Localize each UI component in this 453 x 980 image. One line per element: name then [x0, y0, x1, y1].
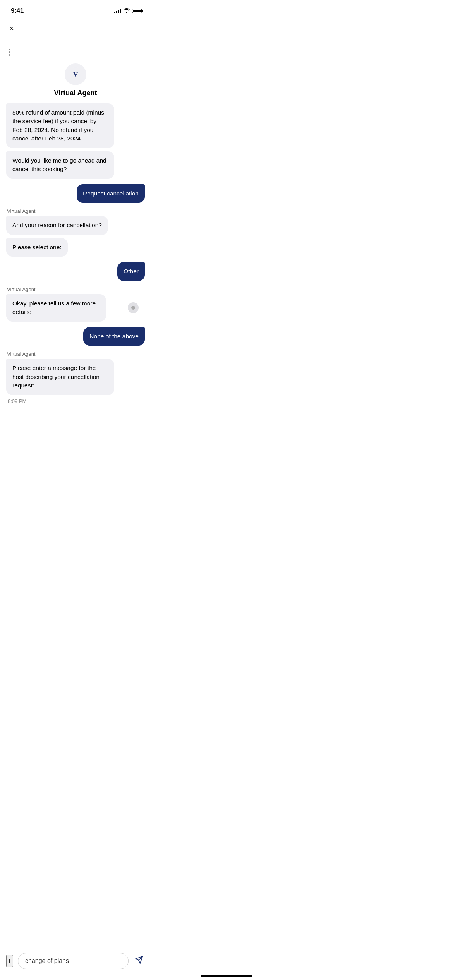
battery-icon [132, 9, 142, 13]
agent-avatar: V [65, 63, 86, 85]
svg-text:V: V [73, 71, 78, 78]
wifi-icon [124, 8, 130, 14]
user-message: Other [117, 262, 145, 281]
message-row: And your reason for cancellation? [6, 216, 145, 235]
message-row: 50% refund of amount paid (minus the ser… [6, 103, 145, 148]
agent-message: Please select one: [6, 238, 68, 257]
agent-message: 50% refund of amount paid (minus the ser… [6, 103, 114, 148]
status-bar: 9:41 [0, 0, 151, 19]
agent-message: Please enter a message for the host desc… [6, 359, 114, 395]
close-button[interactable]: × [8, 22, 15, 34]
chat-container: V Virtual Agent 50% refund of amount pai… [0, 39, 151, 444]
user-message: Request cancellation [77, 184, 145, 203]
sender-label: Virtual Agent [6, 351, 145, 357]
dots-menu[interactable] [7, 43, 15, 59]
user-message: None of the above [83, 327, 145, 346]
message-row: Request cancellation [6, 184, 145, 203]
status-time: 9:41 [11, 7, 24, 15]
agent-message: Okay, please tell us a few more details: [6, 294, 106, 322]
agent-message: Would you like me to go ahead and cancel… [6, 151, 114, 179]
signal-icon [114, 9, 121, 13]
message-row: Other [6, 262, 145, 281]
sender-label: Virtual Agent [6, 286, 145, 292]
status-icons [114, 8, 142, 14]
message-row: Please select one: [6, 238, 145, 257]
timestamp: 8:09 PM [8, 398, 143, 404]
agent-title: Virtual Agent [54, 89, 97, 97]
agent-header: V Virtual Agent [6, 60, 145, 97]
chat-header: × [0, 19, 151, 39]
sender-label: Virtual Agent [6, 208, 145, 214]
message-row: Would you like me to go ahead and cancel… [6, 151, 145, 179]
loading-indicator [128, 302, 139, 313]
message-row: None of the above [6, 327, 145, 346]
message-row: Please enter a message for the host desc… [6, 359, 145, 395]
agent-message: And your reason for cancellation? [6, 216, 108, 235]
